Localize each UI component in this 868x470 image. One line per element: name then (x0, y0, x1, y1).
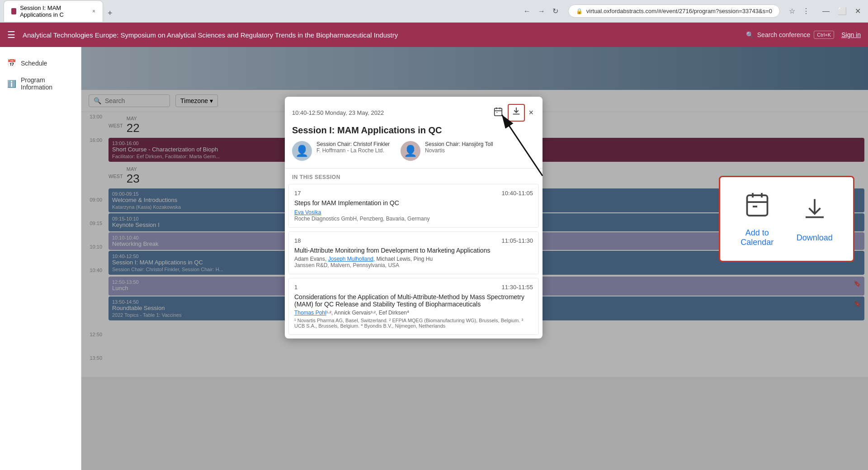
item-18-org: Janssen R&D, Malvern, Pennsylvania, USA (294, 262, 533, 268)
add-to-calendar-panel-label: Add toCalendar (741, 228, 774, 247)
add-to-calendar-icon-button[interactable] (491, 105, 506, 121)
tab-title: Session I: MAM Applications in C (20, 5, 89, 18)
nav-controls: ← → ↻ (521, 5, 561, 17)
active-tab[interactable]: Session I: MAM Applications in C × (4, 0, 103, 22)
chair-role-1: Session Chair: Christof Finkler (316, 141, 390, 147)
item-1-authors: Thomas Pohl¹·², Annick Gervais³·², Eef D… (294, 310, 533, 316)
item-18-authors: Adam Evans, Joseph Mulholland, Michael L… (294, 256, 533, 262)
session-items-list: 17 10:40-11:05 Steps for MAM Implementat… (285, 184, 542, 335)
modal-header-bar: 10:40-12:50 Monday, 23 May, 2022 × (285, 97, 542, 122)
item-17-org: Roche Diagnostics GmbH, Penzberg, Bavari… (294, 216, 533, 222)
hamburger-menu-button[interactable]: ☰ (7, 29, 15, 40)
browser-tabs: Session I: MAM Applications in C × + (4, 0, 517, 22)
sidebar-program-info-label: Program Information (21, 76, 74, 91)
item-1-author-link[interactable]: Thomas Pohl (294, 310, 326, 316)
tab-close-btn[interactable]: × (92, 8, 95, 14)
download-panel-icon (801, 196, 828, 228)
modal-action-buttons: × (491, 104, 535, 122)
item-1-orgs: ¹ Novartis Pharma AG, Basel, Switzerland… (294, 318, 533, 329)
close-window-button[interactable]: ✕ (851, 5, 864, 17)
minimize-button[interactable]: — (819, 5, 833, 17)
window-controls: — ⬜ ✕ (819, 5, 864, 17)
item-18-num: 18 (294, 237, 301, 244)
chair-avatar-1: 👤 (292, 141, 312, 161)
item-17-num: 17 (294, 190, 301, 197)
chair-info-1: Session Chair: Christof Finkler F. Hoffm… (316, 141, 390, 154)
svg-rect-0 (495, 108, 502, 116)
chair-avatar-2: 👤 (401, 141, 420, 161)
content-area: 🔍 Timezone ▾ 13:00 16:00 09:00 09:15 10:… (81, 47, 868, 470)
main-layout: 📅 Schedule ℹ️ Program Information 🔍 Time… (0, 47, 868, 470)
item-1-num: 1 (294, 284, 297, 291)
keyboard-shortcut-badge: Ctrl+K (814, 31, 834, 39)
modal-chairs: 👤 Session Chair: Christof Finkler F. Hof… (285, 141, 542, 168)
chair-role-2: Session Chair: Hansjörg Toll (425, 141, 493, 147)
item-18-title: Multi-Attribute Monitoring from Developm… (294, 247, 533, 254)
session-modal: 10:40-12:50 Monday, 23 May, 2022 × (285, 97, 542, 338)
chair-item-1: 👤 Session Chair: Christof Finkler F. Hof… (292, 141, 390, 161)
chair-info-2: Session Chair: Hansjörg Toll Novartis (425, 141, 493, 154)
search-conference-label: Search conference (757, 31, 811, 38)
session-item-1[interactable]: 1 11:30-11:55 Considerations for the App… (288, 278, 539, 335)
download-panel-label: Download (797, 233, 833, 243)
browser-chrome: Session I: MAM Applications in C × + ← →… (0, 0, 868, 23)
download-panel-action[interactable]: Download (797, 196, 833, 243)
maximize-button[interactable]: ⬜ (834, 5, 850, 17)
chair-org-2: Novartis (425, 147, 493, 154)
item-18-header: 18 11:05-11:30 (294, 237, 533, 244)
back-button[interactable]: ← (521, 5, 533, 17)
info-icon: ℹ️ (7, 80, 16, 88)
browser-actions: ☆ ⋮ (787, 5, 811, 17)
modal-title: Session I: MAM Applications in QC (285, 122, 542, 141)
lock-icon: 🔒 (576, 8, 583, 14)
download-icon-svg (511, 107, 521, 117)
modal-timestamp: 10:40-12:50 Monday, 23 May, 2022 (292, 109, 491, 116)
sidebar-item-schedule[interactable]: 📅 Schedule (0, 54, 81, 72)
item-17-author-link[interactable]: Eva Vosika (294, 209, 321, 216)
in-session-label: IN THIS SESSION (285, 169, 542, 184)
browser-menu-button[interactable]: ⋮ (801, 5, 811, 17)
calendar-icon-svg (493, 107, 503, 117)
item-17-time: 10:40-11:05 (502, 190, 533, 197)
add-to-calendar-panel-icon (744, 191, 771, 223)
add-to-calendar-panel-action[interactable]: Add toCalendar (741, 191, 774, 247)
item-1-title: Considerations for the Application of Mu… (294, 293, 533, 308)
sidebar-item-program-information[interactable]: ℹ️ Program Information (0, 72, 81, 95)
sidebar-schedule-label: Schedule (21, 60, 47, 67)
session-item-18[interactable]: 18 11:05-11:30 Multi-Attribute Monitorin… (288, 231, 539, 274)
app-title: Analytical Technologies Europe: Symposiu… (23, 31, 739, 39)
search-conference-button[interactable]: 🔍 Search conference Ctrl+K (746, 31, 834, 39)
address-bar[interactable]: 🔒 virtual.oxfordabstracts.com/#/event/27… (568, 5, 780, 18)
item-1-time: 11:30-11:55 (502, 284, 533, 291)
download-annotation-panel: Add toCalendar Download (719, 176, 854, 262)
url-display: virtual.oxfordabstracts.com/#/event/2716… (586, 8, 772, 14)
modal-close-button[interactable]: × (527, 106, 535, 119)
calendar-icon: 📅 (7, 59, 16, 67)
svg-rect-6 (747, 195, 767, 216)
bookmark-star-button[interactable]: ☆ (787, 5, 797, 17)
chair-item-2: 👤 Session Chair: Hansjörg Toll Novartis (401, 141, 493, 161)
new-tab-button[interactable]: + (104, 5, 116, 22)
item-17-header: 17 10:40-11:05 (294, 190, 533, 197)
refresh-button[interactable]: ↻ (550, 5, 561, 17)
search-icon: 🔍 (746, 31, 754, 38)
session-item-17[interactable]: 17 10:40-11:05 Steps for MAM Implementat… (288, 184, 539, 228)
item-18-author-link[interactable]: Joseph Mulholland (328, 256, 373, 262)
app-header: ☰ Analytical Technologies Europe: Sympos… (0, 23, 868, 47)
item-17-title: Steps for MAM Implementation in QC (294, 199, 533, 207)
tab-favicon (11, 8, 16, 14)
sign-in-button[interactable]: Sign in (841, 31, 861, 38)
item-1-header: 1 11:30-11:55 (294, 284, 533, 291)
browser-controls: ← → ↻ 🔒 virtual.oxfordabstracts.com/#/ev… (521, 5, 811, 18)
download-icon-button[interactable] (508, 104, 525, 122)
chair-org-1: F. Hoffmann - La Roche Ltd. (316, 147, 390, 154)
forward-button[interactable]: → (535, 5, 548, 17)
item-18-time: 11:05-11:30 (502, 237, 533, 244)
sidebar: 📅 Schedule ℹ️ Program Information (0, 47, 81, 470)
